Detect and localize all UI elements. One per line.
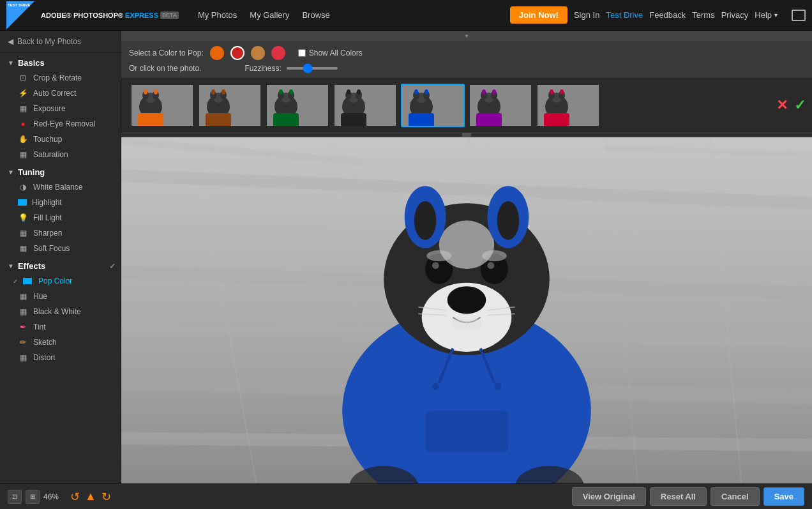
fullscreen-icon[interactable]	[792, 10, 806, 21]
tuning-label: Tuning	[18, 167, 45, 177]
help-button[interactable]: Help ▼	[755, 10, 779, 20]
rotate-left-button[interactable]: ↺	[70, 490, 80, 504]
thumbnail-preview-2	[267, 85, 329, 127]
svg-point-96	[494, 383, 501, 390]
sidebar-item-sketch[interactable]: ✏ Sketch	[0, 335, 121, 350]
svg-point-30	[347, 89, 350, 95]
saturation-label: Saturation	[33, 150, 68, 159]
color-circle-pink[interactable]	[271, 46, 285, 60]
feedback-link[interactable]: Feedback	[649, 10, 686, 20]
color-circle-red[interactable]	[230, 46, 244, 60]
thumbnail-strip-inner	[130, 84, 803, 127]
svg-point-54	[550, 89, 553, 95]
nav-browse[interactable]: Browse	[302, 10, 329, 20]
sidebar-item-pop-color[interactable]: ✓ Pop Color	[0, 273, 121, 289]
popcolor-label: Pop Color	[38, 277, 72, 285]
svg-rect-29	[341, 113, 366, 127]
svg-point-76	[487, 262, 494, 269]
thumbnail-3[interactable]	[333, 84, 397, 127]
thumbnail-5[interactable]	[469, 84, 532, 127]
terms-link[interactable]: Terms	[692, 10, 714, 20]
sidebar-item-red-eye[interactable]: ● Red-Eye Removal	[0, 116, 121, 132]
section-tuning[interactable]: ▼ Tuning	[0, 162, 121, 179]
svg-point-6	[144, 89, 147, 95]
confirm-edit-button[interactable]: ✓	[794, 97, 806, 114]
save-button[interactable]: Save	[763, 487, 804, 506]
reset-all-button[interactable]: Reset All	[650, 487, 707, 506]
highlight-label: Highlight	[32, 198, 62, 207]
sidebar-item-exposure[interactable]: ▦ Exposure	[0, 101, 121, 116]
sidebar-item-sharpen[interactable]: ▦ Sharpen	[0, 225, 121, 241]
show-all-checkbox[interactable]	[298, 49, 306, 57]
auto-correct-label: Auto Correct	[33, 89, 76, 98]
sidebar-item-distort[interactable]: ▦ Distort	[0, 350, 121, 365]
thumbnail-1[interactable]	[198, 84, 262, 127]
svg-point-77	[439, 220, 495, 269]
sidebar-item-white-balance[interactable]: ◑ White Balance	[0, 179, 121, 195]
thumbnail-2[interactable]	[266, 84, 329, 127]
nav-mygallery[interactable]: My Gallery	[250, 10, 289, 20]
collapse-basics-icon: ▼	[8, 59, 14, 66]
color-circle-brown[interactable]	[251, 46, 265, 60]
zoom-level: 46%	[43, 492, 59, 501]
redeye-icon: ●	[18, 119, 28, 128]
show-all-label[interactable]: Show All Colors	[298, 49, 363, 57]
show-all-text: Show All Colors	[309, 49, 363, 57]
thumbnail-0[interactable]	[130, 84, 194, 127]
sketch-icon: ✏	[18, 338, 28, 347]
colorpop-bar: Select a Color to Pop: Show All Colors O…	[121, 41, 812, 79]
zoom-grid-2-icon[interactable]: ⊞	[26, 490, 40, 504]
view-original-button[interactable]: View Original	[572, 487, 646, 506]
tint-label: Tint	[33, 323, 46, 331]
distort-icon: ▦	[18, 353, 28, 362]
join-button[interactable]: Join Now!	[510, 6, 568, 24]
svg-point-75	[432, 262, 439, 269]
thumbnail-6[interactable]	[536, 84, 600, 127]
section-effects[interactable]: ▼ Effects ✓	[0, 256, 121, 273]
tuning-items: ◑ White Balance Highlight 💡 Fill Light ▦…	[0, 179, 121, 256]
sidebar-item-tint[interactable]: ✒ Tint	[0, 319, 121, 335]
svg-point-55	[560, 89, 564, 95]
svg-rect-53	[544, 113, 569, 127]
scroll-handle	[462, 133, 471, 137]
sidebar-item-highlight[interactable]: Highlight	[0, 195, 121, 210]
rotate-up-button[interactable]: ▲	[85, 490, 96, 503]
svg-point-22	[279, 89, 283, 95]
hue-label: Hue	[33, 292, 47, 301]
privacy-link[interactable]: Privacy	[721, 10, 749, 20]
rotate-right-button[interactable]: ↻	[102, 490, 111, 504]
thumbnail-preview-3	[335, 85, 397, 127]
nav-myphotos[interactable]: My Photos	[198, 10, 237, 20]
sidebar-item-auto-correct[interactable]: ⚡ Auto Correct	[0, 86, 121, 101]
testdrive-link[interactable]: Test Drive	[606, 10, 643, 20]
cancel-button[interactable]: Cancel	[710, 487, 760, 506]
back-button[interactable]: ◀ Back to My Photos	[0, 31, 121, 53]
sidebar-item-hue[interactable]: ▦ Hue	[0, 289, 121, 304]
fuzziness-row: Or click on the photo. Fuzziness:	[129, 64, 804, 73]
svg-rect-37	[409, 113, 434, 127]
sidebar-item-touchup[interactable]: ✋ Touchup	[0, 132, 121, 147]
thumbnail-preview-4	[402, 85, 465, 127]
scroll-indicator-top[interactable]: ▼	[121, 31, 812, 41]
color-circle-orange[interactable]	[210, 46, 224, 60]
signin-link[interactable]: Sign In	[574, 10, 599, 20]
bw-icon: ▦	[18, 307, 28, 316]
section-basics[interactable]: ▼ Basics	[0, 53, 121, 70]
sidebar-item-black-white[interactable]: ▦ Black & White	[0, 304, 121, 319]
sidebar-item-crop-rotate[interactable]: ⊡ Crop & Rotate	[0, 70, 121, 86]
crop-label: Crop & Rotate	[33, 73, 82, 82]
zoom-grid-1-icon[interactable]: ⊡	[8, 490, 22, 504]
svg-point-7	[154, 89, 158, 95]
sidebar-item-soft-focus[interactable]: ▦ Soft Focus	[0, 241, 121, 256]
logo-corner: TEST DRIVE	[6, 1, 34, 29]
svg-point-79	[482, 250, 507, 261]
fuzziness-slider[interactable]	[287, 67, 338, 70]
thumbnail-preview-1	[199, 85, 262, 127]
sidebar-item-fill-light[interactable]: 💡 Fill Light	[0, 210, 121, 225]
thumbnail-4[interactable]	[401, 84, 465, 127]
scroll-indicator-strip[interactable]	[121, 132, 812, 137]
cancel-edit-button[interactable]: ✕	[776, 97, 788, 114]
collapse-effects-icon: ▼	[8, 262, 14, 270]
image-area[interactable]	[121, 137, 812, 483]
sidebar-item-saturation[interactable]: ▦ Saturation	[0, 147, 121, 162]
